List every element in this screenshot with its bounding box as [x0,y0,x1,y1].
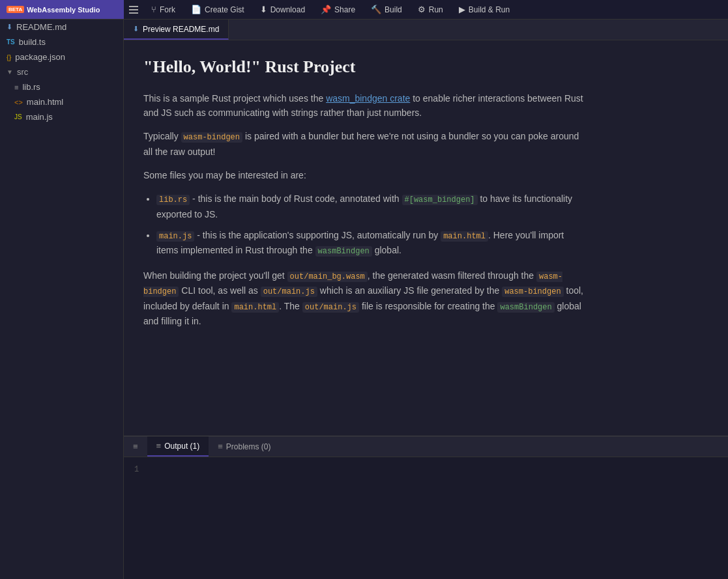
sidebar-item-lib-rs[interactable]: ≡ lib.rs [0,79,123,94]
preview-p1-before: This is a sample Rust project which uses… [143,93,326,104]
preview-list: lib.rs - this is the main body of Rust c… [156,191,587,258]
preview-p3: Some files you may be interested in are: [143,168,587,182]
toolbar: BETA WebAssembly Studio ⑂ Fork 📄 Create … [0,0,728,20]
tab-label: Preview README.md [143,25,219,34]
out-main-js: out/main.js [261,287,317,297]
wasm-bindgen-attr-code: #[wasm_bindgen] [402,195,478,205]
share-button[interactable]: 📌 Share [313,0,363,19]
folder-arrow-icon: ▼ [7,68,13,76]
preview-title: "Hello, World!" Rust Project [143,53,587,81]
content-area: ⬇ Preview README.md "Hello, World!" Rust… [124,20,728,579]
tab-problems[interactable]: ≡ Problems (0) [209,436,280,457]
p4-text1: , the generated wasm filtered through th… [368,270,536,281]
app-name: WebAssembly Studio [27,6,100,14]
wasm-bindgen-code: wasm-bindgen [181,132,242,143]
build-run-button[interactable]: ▶ Build & Run [451,0,517,19]
p4-text5: . The [279,301,302,311]
sidebar-item-main-html[interactable]: <> main.html [0,94,123,109]
sidebar-file-name: main.html [27,97,63,107]
wasm-bindgen-link[interactable]: wasm_bindgen crate [326,93,410,104]
bottom-tab-bar: ≡ ≡ Output (1) ≡ Problems (0) [124,436,728,457]
create-gist-button[interactable]: 📄 Create Gist [183,0,252,19]
preview-list-item-2: main.js - this is the application's supp… [156,228,587,258]
p4-text2: CLI tool, as well as [179,285,260,296]
preview-p2: Typically wasm-bindgen is paired with a … [143,129,587,159]
sidebar-item-main-js[interactable]: JS main.js [0,109,123,124]
fork-label: Fork [160,5,175,14]
sidebar-file-name: lib.rs [22,82,40,92]
preview-p1: This is a sample Rust project which uses… [143,91,587,120]
fork-icon: ⑂ [151,5,156,14]
rust-icon: ≡ [14,83,18,91]
share-label: Share [334,5,355,14]
out-main-js-2: out/main.js [302,302,359,313]
output-icon: ≡ [156,441,162,451]
bottom-content: 1 [124,457,728,579]
download-label: Download [270,5,305,14]
tab-output-label: Output (1) [164,442,199,451]
problems-icon: ≡ [218,442,223,451]
build-button[interactable]: 🔨 Build [363,0,410,19]
sidebar-file-name: README.md [16,22,66,32]
p4-text3: which is an auxiliary JS file generated … [317,285,502,296]
app-logo: BETA WebAssembly Studio [0,0,124,19]
editor-container: "Hello, World!" Rust Project This is a s… [124,40,728,436]
gist-label: Create Gist [205,5,244,14]
sidebar-file-name: build.ts [19,37,46,47]
hamburger-icon [129,6,138,14]
html-icon: <> [14,98,23,106]
sidebar-folder-name: src [17,67,28,77]
main-js-code: main.js [156,231,194,242]
bottom-tab-menu[interactable]: ≡ [124,436,147,457]
download-button[interactable]: ⬇ Download [252,0,313,19]
wasm-bindgen-global-code: wasmBindgen [315,246,372,257]
bullet2-text3: global. [372,245,401,255]
markdown-icon: ⬇ [7,23,12,31]
main-area: ⬇ README.md TS build.ts {} package.json … [0,20,728,579]
build-run-icon: ▶ [459,5,465,14]
preview-list-item-1: lib.rs - this is the main body of Rust c… [156,191,587,221]
bullet2-text1: - this is the application's supporting J… [194,230,441,240]
bottom-menu-icon: ≡ [133,442,138,451]
run-button[interactable]: ⚙ Run [410,0,451,19]
main-html-code: main.html [441,231,488,242]
main-html-ref: main.html [231,302,279,313]
run-label: Run [429,5,443,14]
bullet1-text1: - this is the main body of Rust code, an… [190,193,401,204]
tab-output[interactable]: ≡ Output (1) [147,436,209,457]
sidebar-item-src-folder[interactable]: ▼ src [0,64,123,79]
javascript-icon: JS [14,113,22,120]
beta-badge: BETA [7,6,24,13]
fork-button[interactable]: ⑂ Fork [143,0,183,19]
gist-icon: 📄 [191,5,201,14]
build-label: Build [385,5,402,14]
p4-before: When building the project you'll get [143,270,287,281]
bottom-panel: ≡ ≡ Output (1) ≡ Problems (0) 1 [124,436,728,579]
typescript-icon: TS [7,38,15,46]
menu-button[interactable] [124,0,143,20]
lib-rs-code: lib.rs [156,195,190,205]
wasm-bindgen-global2: wasmBindgen [497,302,554,313]
tab-bar: ⬇ Preview README.md [124,20,728,40]
sidebar-file-name: package.json [15,52,65,62]
sidebar: ⬇ README.md TS build.ts {} package.json … [0,20,124,579]
p4-text6: file is responsible for creating the [359,301,497,311]
line-number-1: 1 [134,462,718,477]
build-run-label: Build & Run [469,5,510,14]
run-icon: ⚙ [418,5,426,14]
out-main-bg-wasm: out/main_bg.wasm [287,272,368,282]
wasm-bindgen-tool: wasm-bindgen [502,287,563,297]
sidebar-item-readme[interactable]: ⬇ README.md [0,20,123,35]
tab-preview-readme[interactable]: ⬇ Preview README.md [124,20,229,40]
sidebar-item-build-ts[interactable]: TS build.ts [0,35,123,49]
json-icon: {} [7,53,11,61]
share-icon: 📌 [321,5,331,14]
sidebar-file-name: main.js [26,112,53,122]
preview-p2-before: Typically [143,131,181,141]
sidebar-item-package-json[interactable]: {} package.json [0,49,123,64]
preview-p4: When building the project you'll get out… [143,268,587,328]
tab-md-icon: ⬇ [133,25,139,33]
tab-problems-label: Problems (0) [226,442,271,451]
download-icon: ⬇ [260,5,267,14]
build-icon: 🔨 [371,5,381,14]
